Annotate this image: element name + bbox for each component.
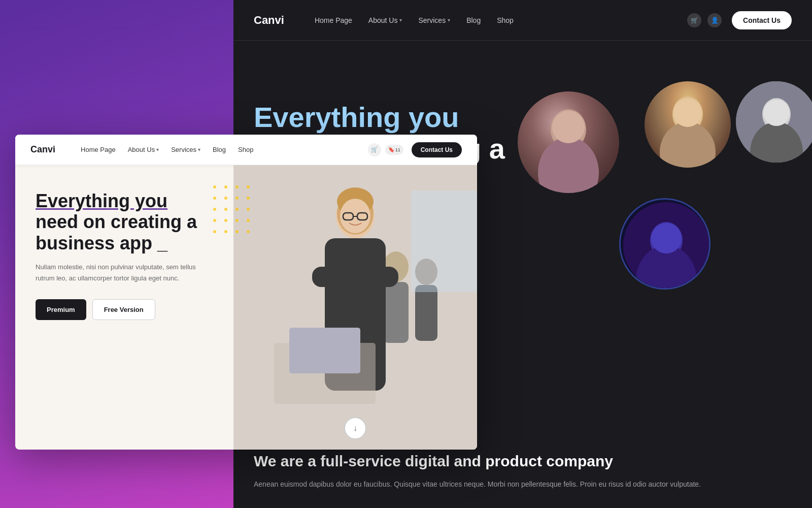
light-nav-badge: 🔖11 — [385, 145, 403, 155]
dark-nav-services[interactable]: Services ▾ — [418, 16, 450, 24]
circle-image-1 — [518, 91, 619, 193]
dark-nav-cart-icon[interactable]: 🛒 — [687, 13, 701, 27]
chevron-down-icon: ▾ — [198, 147, 200, 152]
light-website: Canvi Home Page About Us ▾ Services ▾ Bl… — [15, 135, 477, 450]
light-nav-services[interactable]: Services ▾ — [171, 146, 200, 153]
light-nav-cart-icon[interactable]: 🛒 — [368, 143, 381, 156]
light-nav-shop[interactable]: Shop — [238, 146, 253, 153]
light-nav-blog[interactable]: Blog — [213, 146, 226, 153]
dark-bottom-title: We are a full-service digital and produc… — [254, 452, 792, 470]
dark-bottom-description: Aenean euismod dapibus dolor eu faucibus… — [254, 479, 792, 490]
svg-point-4 — [660, 122, 716, 168]
svg-point-5 — [673, 99, 702, 127]
light-scroll-button[interactable]: ↓ — [344, 417, 366, 439]
light-hero-title-line2: need on creating a — [36, 211, 197, 232]
light-hero-left: Everything you need on creating a busine… — [15, 165, 239, 450]
dark-nav-user-icon[interactable]: 👤 — [707, 13, 722, 27]
svg-rect-19 — [415, 285, 437, 341]
light-hero-buttons: Premium Free Version — [36, 299, 218, 320]
svg-point-9 — [763, 100, 790, 126]
dark-hero-title-colored: Everything you — [254, 101, 459, 133]
circle-image-4 — [619, 198, 710, 290]
light-hero-image: ↓ — [233, 165, 477, 450]
light-hero-description: Nullam molestie, nisi non pulvinar vulpu… — [36, 262, 198, 284]
circle-image-2 — [645, 81, 731, 168]
dark-nav-about[interactable]: About Us ▾ — [368, 16, 402, 24]
svg-rect-30 — [289, 328, 360, 373]
chevron-down-icon: ▾ — [399, 17, 402, 23]
svg-rect-22 — [312, 267, 398, 287]
light-nav-logo: Canvi — [30, 144, 55, 155]
svg-rect-17 — [383, 282, 409, 343]
light-hero: Everything you need on creating a busine… — [15, 165, 477, 450]
dark-nav-links: Home Page About Us ▾ Services ▾ Blog Sho… — [315, 16, 687, 24]
dark-nav-logo: Canvi — [254, 14, 284, 27]
light-nav-home[interactable]: Home Page — [81, 146, 116, 153]
light-hero-title-line3: business app _ — [36, 233, 167, 253]
svg-point-1 — [538, 137, 599, 193]
chevron-down-icon: ▾ — [156, 147, 159, 152]
chevron-down-icon: ▾ — [448, 17, 450, 23]
dark-nav-home[interactable]: Home Page — [315, 16, 352, 24]
light-hero-title-underline: Everything you — [36, 190, 167, 211]
svg-point-14 — [623, 202, 709, 289]
premium-button[interactable]: Premium — [36, 299, 86, 320]
dark-nav-icons: 🛒 👤 — [687, 13, 722, 27]
light-nav-icons: 🛒 🔖11 — [368, 143, 403, 156]
light-contact-button[interactable]: Contact Us — [412, 142, 462, 157]
light-nav-links: Home Page About Us ▾ Services ▾ Blog Sho… — [81, 146, 368, 153]
dark-nav: Canvi Home Page About Us ▾ Services ▾ Bl… — [233, 0, 812, 41]
office-scene-svg — [233, 165, 477, 450]
dark-nav-shop[interactable]: Shop — [497, 16, 514, 24]
light-hero-title: Everything you need on creating a busine… — [36, 190, 218, 253]
dark-contact-button[interactable]: Contact Us — [732, 11, 792, 29]
free-version-button[interactable]: Free Version — [92, 299, 155, 320]
light-nav: Canvi Home Page About Us ▾ Services ▾ Bl… — [15, 135, 477, 165]
light-nav-about[interactable]: About Us ▾ — [128, 146, 159, 153]
svg-point-2 — [552, 111, 585, 143]
dark-nav-blog[interactable]: Blog — [466, 16, 481, 24]
svg-rect-31 — [411, 190, 477, 292]
circle-image-3 — [736, 81, 812, 163]
